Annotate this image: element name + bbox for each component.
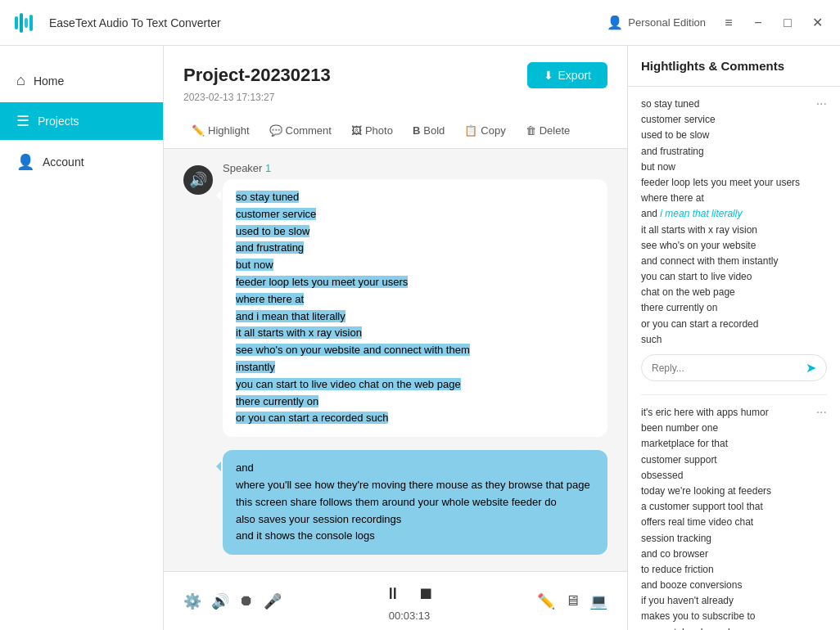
photo-button[interactable]: 🖼 Photo xyxy=(343,119,401,142)
window-controls: ≡ − □ ✕ xyxy=(719,13,827,33)
controls-left: ⚙️ 🔊 ⏺ 🎤 xyxy=(183,592,282,610)
svg-rect-1 xyxy=(20,13,23,33)
titlebar-right: 👤 Personal Edition ≡ − □ ✕ xyxy=(607,13,827,33)
controls-center: ⏸ ⏹ 00:03:13 xyxy=(380,580,439,622)
highlight-button[interactable]: ✏️ Highlight xyxy=(183,119,258,142)
account-icon: 👤 xyxy=(16,153,34,171)
project-title: Project-20230213 xyxy=(183,65,331,86)
sidebar-item-account[interactable]: 👤 Account xyxy=(0,143,163,181)
settings-icon[interactable]: ⚙️ xyxy=(183,592,201,610)
speaker1-num: 1 xyxy=(265,162,271,174)
export-label: Export xyxy=(558,69,591,82)
block2-text: it's eric here with apps humorbeen numbe… xyxy=(641,405,827,630)
highlight-icon: ✏️ xyxy=(192,124,205,137)
reply-input-1[interactable] xyxy=(652,362,806,374)
toolbar: ✏️ Highlight 💬 Comment 🖼 Photo B Bold 📋 xyxy=(183,113,607,148)
speaker1-name: Speaker 1 xyxy=(223,162,607,174)
app-logo-area: EaseText Audio To Text Converter xyxy=(13,8,607,38)
comment-icon: 💬 xyxy=(269,124,282,137)
sidebar-label-projects: Projects xyxy=(38,115,79,128)
time-display: 00:03:13 xyxy=(389,610,431,622)
projects-icon: ☰ xyxy=(16,112,29,130)
block1-menu-button[interactable]: ··· xyxy=(816,97,827,111)
playback-buttons: ⏸ ⏹ xyxy=(380,580,439,606)
controls-right: ✏️ 🖥 💻 xyxy=(537,592,607,610)
app-logo-icon xyxy=(13,8,43,38)
block2-menu-button[interactable]: ··· xyxy=(816,405,827,420)
speaker1-block: 🔊 Speaker 1 so stay tunedcustomer servic… xyxy=(183,162,607,437)
monitor-icon[interactable]: 🖥 xyxy=(565,592,580,610)
menu-button[interactable]: ≡ xyxy=(719,13,738,33)
highlight-block-1: ··· so stay tunedcustomer serviceused to… xyxy=(641,97,827,381)
project-date: 2023-02-13 17:13:27 xyxy=(183,92,607,103)
edit-icon[interactable]: ✏️ xyxy=(537,592,555,610)
divider-1 xyxy=(641,394,827,395)
sidebar-label-home: Home xyxy=(34,74,64,88)
transcript-area: 🔊 Speaker 1 so stay tunedcustomer servic… xyxy=(164,149,627,571)
edition-label: Personal Edition xyxy=(628,16,706,29)
audio-controls: ⚙️ 🔊 ⏺ 🎤 ⏸ ⏹ 00:03:13 ✏️ 🖥 💻 xyxy=(164,571,627,630)
sidebar-item-home[interactable]: ⌂ Home xyxy=(0,62,163,99)
speaker1-bubble: so stay tunedcustomer serviceused to be … xyxy=(223,179,607,437)
export-icon: ⬇ xyxy=(544,69,553,82)
project-title-row: Project-20230213 ⬇ Export xyxy=(183,62,607,88)
user-icon: 👤 xyxy=(607,15,623,30)
reply-box-1: ➤ xyxy=(641,354,827,381)
speaker2-bubble: andwhere you'll see how they're moving t… xyxy=(223,450,607,555)
speaker2-block: andwhere you'll see how they're moving t… xyxy=(223,450,607,555)
bold-icon: B xyxy=(413,124,420,137)
app-title: EaseText Audio To Text Converter xyxy=(49,16,221,29)
speaker2-text: andwhere you'll see how they're moving t… xyxy=(236,461,590,542)
block1-text: so stay tunedcustomer serviceused to be … xyxy=(641,97,827,348)
comment-button[interactable]: 💬 Comment xyxy=(261,119,340,142)
home-icon: ⌂ xyxy=(16,72,25,89)
bold-button[interactable]: B Bold xyxy=(404,119,453,142)
delete-icon: 🗑 xyxy=(526,124,536,137)
photo-icon: 🖼 xyxy=(351,124,362,137)
copy-button[interactable]: 📋 Copy xyxy=(456,119,513,142)
close-button[interactable]: ✕ xyxy=(807,13,827,33)
svg-rect-3 xyxy=(29,15,33,31)
stop-button[interactable]: ⏹ xyxy=(413,580,439,606)
delete-button[interactable]: 🗑 Delete xyxy=(517,119,579,142)
sidebar: ⌂ Home ☰ Projects 👤 Account xyxy=(0,46,164,630)
sidebar-item-projects[interactable]: ☰ Projects xyxy=(0,102,163,140)
edition-badge: 👤 Personal Edition xyxy=(607,15,706,30)
speaker2-content: andwhere you'll see how they're moving t… xyxy=(223,450,607,555)
minimize-button[interactable]: − xyxy=(748,13,768,33)
speaker1-avatar: 🔊 xyxy=(183,165,213,195)
mic-icon[interactable]: 🎤 xyxy=(264,592,282,610)
reply-send-1[interactable]: ➤ xyxy=(806,360,816,376)
export-button[interactable]: ⬇ Export xyxy=(527,62,607,88)
copy-icon: 📋 xyxy=(464,124,477,137)
sidebar-label-account: Account xyxy=(43,155,84,169)
audio-icon[interactable]: 🔊 xyxy=(211,592,229,610)
svg-rect-0 xyxy=(15,16,18,29)
panel-content: ··· so stay tunedcustomer serviceused to… xyxy=(628,87,840,630)
highlight-block-2: ··· it's eric here with apps humorbeen n… xyxy=(641,405,827,630)
titlebar: EaseText Audio To Text Converter 👤 Perso… xyxy=(0,0,840,46)
main-layout: ⌂ Home ☰ Projects 👤 Account Project-2023… xyxy=(0,46,840,630)
maximize-button[interactable]: □ xyxy=(778,13,797,33)
screen-icon[interactable]: 💻 xyxy=(589,592,607,610)
svg-rect-2 xyxy=(25,18,28,28)
record-dot-icon[interactable]: ⏺ xyxy=(239,592,254,610)
content-area: Project-20230213 ⬇ Export 2023-02-13 17:… xyxy=(164,46,627,630)
speaker1-line-1: so stay tunedcustomer serviceused to be … xyxy=(236,191,470,424)
pause-button[interactable]: ⏸ xyxy=(380,580,406,606)
panel-header: Hightlights & Comments xyxy=(628,46,840,87)
project-header: Project-20230213 ⬇ Export 2023-02-13 17:… xyxy=(164,46,627,149)
right-panel: Hightlights & Comments ··· so stay tuned… xyxy=(627,46,840,630)
speaker1-content: Speaker 1 so stay tunedcustomer serviceu… xyxy=(223,162,607,437)
